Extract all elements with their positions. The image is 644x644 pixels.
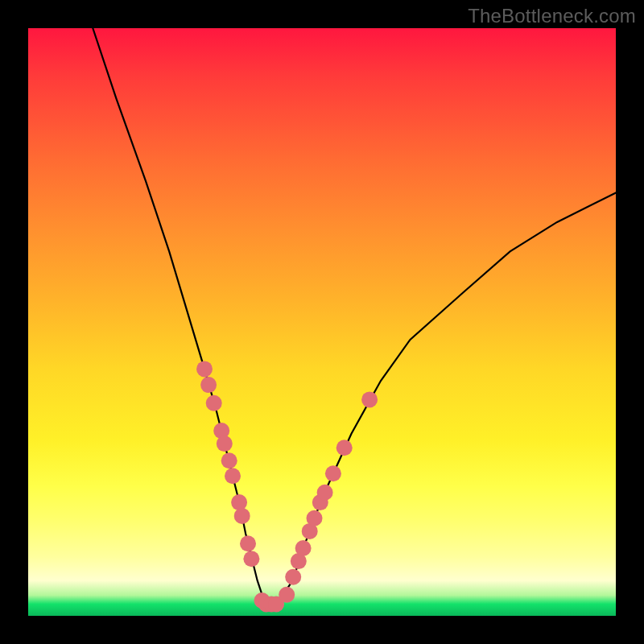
watermark-text: TheBottleneck.com <box>468 5 636 27</box>
curve-marker <box>258 596 275 612</box>
curve-marker <box>291 553 307 569</box>
curve-marker <box>285 569 301 585</box>
bottleneck-chart-svg <box>28 28 616 616</box>
curve-marker <box>240 535 256 551</box>
curve-marker <box>225 468 241 484</box>
curve-marker <box>268 596 284 612</box>
curve-marker <box>213 423 229 439</box>
curve-marker <box>254 592 270 609</box>
curve-marker <box>234 508 250 524</box>
curve-marker <box>243 551 259 567</box>
curve-marker <box>196 361 213 377</box>
curve-marker <box>312 494 328 510</box>
curve-marker <box>200 377 217 393</box>
curve-marker <box>317 485 333 501</box>
curve-marker <box>217 436 233 452</box>
curve-marker <box>361 391 378 407</box>
curve-marker <box>336 440 353 456</box>
curve-marker <box>307 510 323 526</box>
curve-marker <box>221 452 237 469</box>
curve-marker <box>279 587 295 603</box>
curve-marker <box>302 523 318 539</box>
bottleneck-curve-line <box>93 28 616 604</box>
curve-marker <box>206 395 222 411</box>
curve-marker <box>263 596 279 612</box>
curve-marker <box>231 494 247 510</box>
curve-marker <box>295 540 312 556</box>
curve-markers-group <box>196 361 378 612</box>
chart-plot-area <box>28 28 616 616</box>
curve-marker <box>325 465 341 481</box>
